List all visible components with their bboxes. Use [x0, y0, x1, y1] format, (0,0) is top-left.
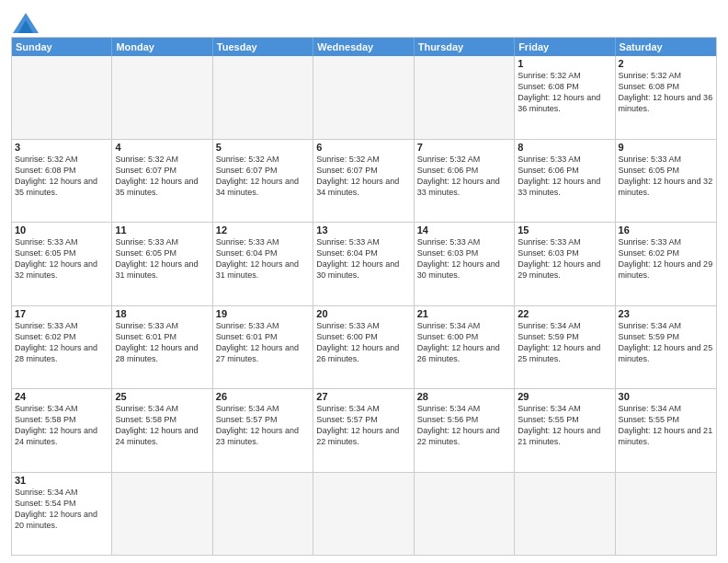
day-info: Sunrise: 5:33 AMSunset: 6:04 PMDaylight:…	[316, 236, 410, 282]
weekday-header-sunday: Sunday	[12, 38, 112, 56]
calendar-row-1: 3Sunrise: 5:32 AMSunset: 6:08 PMDaylight…	[12, 139, 716, 223]
calendar-cell: 10Sunrise: 5:33 AMSunset: 6:05 PMDayligh…	[12, 223, 112, 305]
calendar-cell	[112, 56, 212, 139]
day-number: 10	[15, 224, 108, 236]
day-number: 16	[619, 224, 713, 236]
calendar-cell: 26Sunrise: 5:34 AMSunset: 5:57 PMDayligh…	[213, 389, 313, 472]
calendar-row-4: 24Sunrise: 5:34 AMSunset: 5:58 PMDayligh…	[12, 388, 716, 472]
day-info: Sunrise: 5:33 AMSunset: 6:03 PMDaylight:…	[518, 236, 611, 282]
calendar-cell: 8Sunrise: 5:33 AMSunset: 6:06 PMDaylight…	[515, 140, 615, 223]
day-info: Sunrise: 5:34 AMSunset: 5:57 PMDaylight:…	[316, 403, 410, 448]
weekday-header-wednesday: Wednesday	[313, 38, 414, 56]
calendar-cell	[415, 473, 515, 556]
calendar-row-3: 17Sunrise: 5:33 AMSunset: 6:02 PMDayligh…	[12, 305, 716, 389]
day-number: 5	[216, 142, 310, 153]
day-info: Sunrise: 5:33 AMSunset: 6:03 PMDaylight:…	[417, 236, 511, 282]
calendar-cell: 30Sunrise: 5:34 AMSunset: 5:55 PMDayligh…	[616, 389, 716, 472]
day-info: Sunrise: 5:33 AMSunset: 6:05 PMDaylight:…	[619, 154, 713, 199]
weekday-header-friday: Friday	[515, 38, 615, 56]
calendar-cell: 2Sunrise: 5:32 AMSunset: 6:08 PMDaylight…	[616, 56, 716, 139]
calendar-cell	[616, 473, 716, 556]
day-number: 18	[115, 308, 209, 319]
day-number: 4	[115, 142, 209, 153]
day-info: Sunrise: 5:32 AMSunset: 6:07 PMDaylight:…	[216, 154, 310, 199]
weekday-header-thursday: Thursday	[415, 38, 515, 56]
calendar-cell: 1Sunrise: 5:32 AMSunset: 6:08 PMDaylight…	[515, 56, 615, 139]
day-info: Sunrise: 5:34 AMSunset: 6:00 PMDaylight:…	[417, 320, 511, 365]
day-info: Sunrise: 5:34 AMSunset: 5:59 PMDaylight:…	[518, 320, 611, 365]
day-number: 22	[518, 308, 611, 319]
day-number: 11	[115, 224, 209, 236]
day-info: Sunrise: 5:34 AMSunset: 5:59 PMDaylight:…	[619, 320, 713, 365]
day-number: 29	[518, 391, 611, 402]
calendar-cell: 11Sunrise: 5:33 AMSunset: 6:05 PMDayligh…	[112, 223, 212, 305]
calendar-cell: 9Sunrise: 5:33 AMSunset: 6:05 PMDaylight…	[616, 140, 716, 223]
weekday-header-tuesday: Tuesday	[213, 38, 313, 56]
day-info: Sunrise: 5:33 AMSunset: 6:06 PMDaylight:…	[518, 154, 611, 199]
day-info: Sunrise: 5:33 AMSunset: 6:02 PMDaylight:…	[619, 236, 713, 282]
calendar-row-0: 1Sunrise: 5:32 AMSunset: 6:08 PMDaylight…	[12, 56, 716, 139]
calendar-cell: 24Sunrise: 5:34 AMSunset: 5:58 PMDayligh…	[12, 389, 112, 472]
day-number: 20	[316, 308, 410, 319]
calendar-cell: 28Sunrise: 5:34 AMSunset: 5:56 PMDayligh…	[415, 389, 515, 472]
calendar-cell: 6Sunrise: 5:32 AMSunset: 6:07 PMDaylight…	[313, 140, 414, 223]
day-info: Sunrise: 5:32 AMSunset: 6:06 PMDaylight:…	[417, 154, 511, 199]
day-number: 1	[518, 58, 611, 69]
day-number: 6	[316, 142, 410, 153]
calendar-cell: 31Sunrise: 5:34 AMSunset: 5:54 PMDayligh…	[12, 473, 112, 556]
day-info: Sunrise: 5:32 AMSunset: 6:08 PMDaylight:…	[518, 70, 611, 115]
day-number: 21	[417, 308, 511, 319]
day-number: 2	[619, 58, 713, 69]
day-number: 9	[619, 142, 713, 153]
day-info: Sunrise: 5:33 AMSunset: 6:05 PMDaylight:…	[115, 236, 209, 282]
calendar-cell: 3Sunrise: 5:32 AMSunset: 6:08 PMDaylight…	[12, 140, 112, 223]
calendar-cell: 22Sunrise: 5:34 AMSunset: 5:59 PMDayligh…	[515, 306, 615, 389]
calendar-cell: 20Sunrise: 5:33 AMSunset: 6:00 PMDayligh…	[313, 306, 414, 389]
calendar-cell: 19Sunrise: 5:33 AMSunset: 6:01 PMDayligh…	[213, 306, 313, 389]
logo-icon	[13, 13, 39, 33]
day-info: Sunrise: 5:34 AMSunset: 5:54 PMDaylight:…	[15, 487, 108, 532]
day-number: 7	[417, 142, 511, 153]
calendar-cell	[213, 473, 313, 556]
calendar: SundayMondayTuesdayWednesdayThursdayFrid…	[11, 37, 717, 556]
day-info: Sunrise: 5:34 AMSunset: 5:55 PMDaylight:…	[619, 403, 713, 448]
calendar-cell	[112, 473, 212, 556]
day-number: 25	[115, 391, 209, 402]
day-number: 24	[15, 391, 108, 402]
calendar-cell	[515, 473, 615, 556]
day-number: 30	[619, 391, 713, 402]
calendar-cell: 27Sunrise: 5:34 AMSunset: 5:57 PMDayligh…	[313, 389, 414, 472]
day-info: Sunrise: 5:33 AMSunset: 6:00 PMDaylight:…	[316, 320, 410, 365]
weekday-header-monday: Monday	[112, 38, 212, 56]
calendar-row-5: 31Sunrise: 5:34 AMSunset: 5:54 PMDayligh…	[12, 472, 716, 556]
calendar-cell	[213, 56, 313, 139]
day-info: Sunrise: 5:34 AMSunset: 5:58 PMDaylight:…	[115, 403, 209, 448]
day-info: Sunrise: 5:32 AMSunset: 6:07 PMDaylight:…	[115, 154, 209, 199]
day-info: Sunrise: 5:34 AMSunset: 5:57 PMDaylight:…	[216, 403, 310, 448]
day-number: 28	[417, 391, 511, 402]
calendar-body: 1Sunrise: 5:32 AMSunset: 6:08 PMDaylight…	[12, 56, 716, 555]
day-number: 19	[216, 308, 310, 319]
day-number: 31	[15, 475, 108, 486]
calendar-cell	[415, 56, 515, 139]
day-info: Sunrise: 5:33 AMSunset: 6:02 PMDaylight:…	[15, 320, 108, 365]
calendar-cell: 14Sunrise: 5:33 AMSunset: 6:03 PMDayligh…	[415, 223, 515, 305]
day-info: Sunrise: 5:32 AMSunset: 6:08 PMDaylight:…	[619, 70, 713, 115]
day-number: 15	[518, 224, 611, 236]
day-number: 14	[417, 224, 511, 236]
calendar-cell: 12Sunrise: 5:33 AMSunset: 6:04 PMDayligh…	[213, 223, 313, 305]
calendar-cell: 7Sunrise: 5:32 AMSunset: 6:06 PMDaylight…	[415, 140, 515, 223]
day-info: Sunrise: 5:33 AMSunset: 6:05 PMDaylight:…	[15, 236, 108, 282]
day-info: Sunrise: 5:33 AMSunset: 6:01 PMDaylight:…	[115, 320, 209, 365]
day-number: 13	[316, 224, 410, 236]
calendar-cell	[12, 56, 112, 139]
calendar-cell	[313, 473, 414, 556]
day-info: Sunrise: 5:34 AMSunset: 5:58 PMDaylight:…	[15, 403, 108, 448]
day-number: 23	[619, 308, 713, 319]
calendar-header: SundayMondayTuesdayWednesdayThursdayFrid…	[12, 38, 716, 56]
calendar-cell: 15Sunrise: 5:33 AMSunset: 6:03 PMDayligh…	[515, 223, 615, 305]
calendar-cell	[313, 56, 414, 139]
day-number: 8	[518, 142, 611, 153]
page: SundayMondayTuesdayWednesdayThursdayFrid…	[0, 0, 728, 563]
day-info: Sunrise: 5:33 AMSunset: 6:04 PMDaylight:…	[216, 236, 310, 282]
